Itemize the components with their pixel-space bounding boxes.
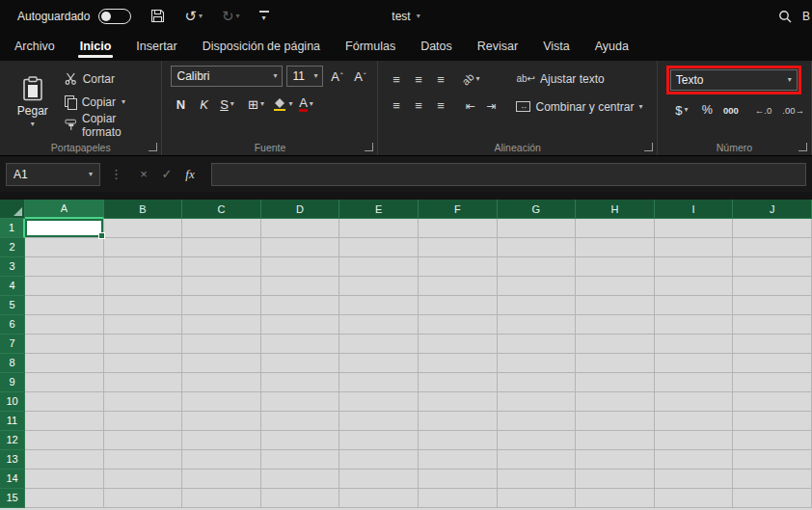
row-header-11[interactable]: 11: [0, 412, 25, 431]
cell-j13[interactable]: [733, 450, 812, 470]
column-header-a[interactable]: A: [25, 200, 104, 219]
cell-e8[interactable]: [339, 354, 419, 373]
cell-h7[interactable]: [576, 335, 655, 354]
cell-c8[interactable]: [182, 354, 261, 373]
select-all-corner[interactable]: [0, 200, 25, 219]
column-header-g[interactable]: G: [498, 200, 577, 219]
copy-button[interactable]: Copiar ▾: [65, 92, 155, 112]
cell-b15[interactable]: [104, 489, 183, 508]
cell-g11[interactable]: [498, 412, 577, 431]
decrease-decimal-button[interactable]: .00→: [782, 105, 804, 116]
cancel-button[interactable]: ×: [132, 167, 155, 181]
cell-i8[interactable]: [655, 354, 734, 373]
cell-i11[interactable]: [655, 412, 734, 431]
cell-d12[interactable]: [261, 431, 340, 450]
underline-button[interactable]: S ▾: [217, 94, 236, 115]
merge-center-button[interactable]: ↔ Combinar y centrar ▾: [516, 96, 642, 117]
cell-c6[interactable]: [182, 315, 261, 335]
cell-f8[interactable]: [419, 354, 498, 373]
cell-g14[interactable]: [498, 470, 577, 489]
cell-d15[interactable]: [261, 489, 340, 508]
align-left-button[interactable]: ≡: [387, 98, 405, 113]
increase-indent-button[interactable]: ⇥: [482, 99, 500, 113]
insert-function-button[interactable]: fx: [178, 167, 202, 182]
align-right-button[interactable]: ≡: [431, 98, 449, 113]
cell-h10[interactable]: [576, 392, 655, 412]
column-header-c[interactable]: C: [182, 200, 261, 219]
cell-h11[interactable]: [576, 412, 655, 431]
row-header-1[interactable]: 1: [0, 219, 25, 238]
cell-i15[interactable]: [655, 489, 734, 508]
cell-e12[interactable]: [339, 431, 419, 450]
cell-b14[interactable]: [104, 470, 183, 489]
cell-c10[interactable]: [182, 392, 261, 412]
cell-e9[interactable]: [339, 373, 419, 392]
cell-i6[interactable]: [655, 315, 734, 335]
cell-h3[interactable]: [576, 257, 655, 277]
cell-b5[interactable]: [104, 296, 183, 315]
cell-d2[interactable]: [261, 238, 340, 257]
cell-j2[interactable]: [733, 238, 812, 257]
cell-f15[interactable]: [419, 489, 498, 508]
cell-d3[interactable]: [261, 257, 340, 277]
cell-a15[interactable]: [25, 489, 104, 508]
cell-c12[interactable]: [182, 431, 261, 450]
cell-a4[interactable]: [25, 277, 104, 296]
comma-format-button[interactable]: 000: [723, 105, 739, 116]
cut-button[interactable]: Cortar: [65, 68, 155, 89]
cell-a10[interactable]: [25, 392, 104, 412]
align-center-button[interactable]: ≡: [409, 98, 427, 113]
row-header-7[interactable]: 7: [0, 335, 25, 354]
cell-j14[interactable]: [733, 470, 812, 489]
cell-e5[interactable]: [339, 296, 419, 315]
cell-f9[interactable]: [419, 373, 498, 392]
cell-h1[interactable]: [576, 219, 655, 238]
cell-c5[interactable]: [182, 296, 261, 315]
name-box[interactable]: A1 ▾: [6, 163, 100, 186]
cell-g4[interactable]: [498, 277, 577, 296]
column-header-j[interactable]: J: [733, 200, 812, 219]
cell-f5[interactable]: [419, 296, 498, 315]
cell-f1[interactable]: [419, 219, 498, 238]
cell-c1[interactable]: [182, 219, 261, 238]
row-header-10[interactable]: 10: [0, 392, 25, 412]
cell-d9[interactable]: [261, 373, 340, 392]
percent-format-button[interactable]: %: [702, 103, 713, 117]
row-header-14[interactable]: 14: [0, 470, 25, 489]
cell-e1[interactable]: [339, 219, 419, 238]
redo-button[interactable]: ↻ ▾: [222, 9, 240, 23]
cell-c15[interactable]: [182, 489, 261, 508]
cell-a9[interactable]: [25, 373, 104, 392]
column-header-b[interactable]: B: [104, 200, 183, 219]
cell-h14[interactable]: [576, 470, 655, 489]
decrease-indent-button[interactable]: ⇤: [461, 99, 478, 113]
cell-i7[interactable]: [655, 335, 734, 354]
cell-b8[interactable]: [104, 354, 183, 373]
column-header-i[interactable]: I: [655, 200, 734, 219]
align-middle-button[interactable]: ≡: [409, 72, 427, 87]
cell-f2[interactable]: [419, 238, 498, 257]
cell-d4[interactable]: [261, 277, 340, 296]
tab-datos[interactable]: Datos: [408, 32, 465, 61]
cell-a3[interactable]: [25, 257, 104, 277]
cell-f10[interactable]: [419, 392, 498, 412]
cell-h12[interactable]: [576, 431, 655, 450]
font-size-select[interactable]: 11 ▾: [286, 66, 323, 87]
cell-h15[interactable]: [576, 489, 655, 508]
cell-i3[interactable]: [655, 257, 734, 277]
align-top-button[interactable]: ≡: [387, 72, 405, 87]
tab-ayuda[interactable]: Ayuda: [582, 32, 641, 61]
cell-g3[interactable]: [498, 257, 577, 277]
cell-g5[interactable]: [498, 296, 577, 315]
cell-j4[interactable]: [733, 277, 812, 296]
cell-e14[interactable]: [339, 470, 419, 489]
cell-g15[interactable]: [498, 489, 577, 508]
cell-i2[interactable]: [655, 238, 734, 257]
cell-e4[interactable]: [339, 277, 419, 296]
autosave-toggle[interactable]: [98, 9, 131, 24]
cell-d14[interactable]: [261, 470, 340, 489]
cell-h9[interactable]: [576, 373, 655, 392]
cell-f7[interactable]: [419, 335, 498, 354]
cell-f3[interactable]: [419, 257, 498, 277]
cell-g2[interactable]: [498, 238, 577, 257]
